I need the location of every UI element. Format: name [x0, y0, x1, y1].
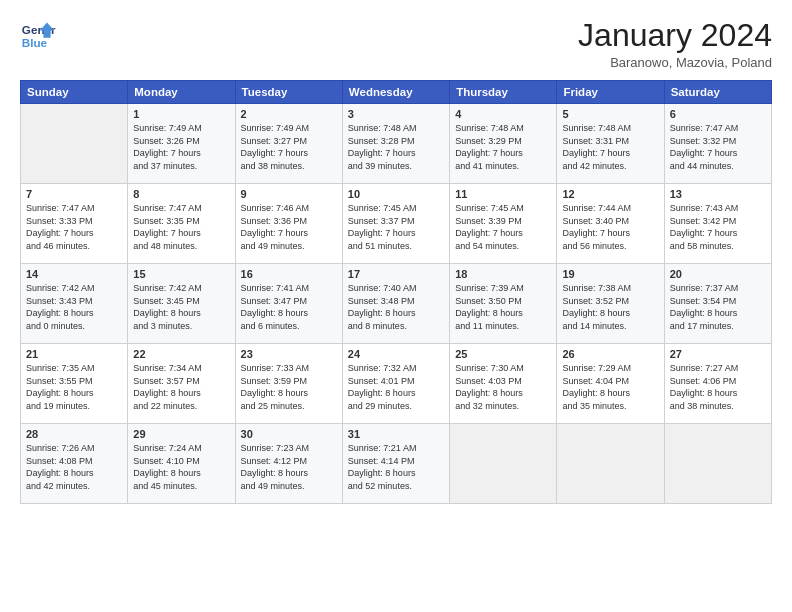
day-info: Sunrise: 7:42 AMSunset: 3:43 PMDaylight:…	[26, 282, 122, 332]
day-info: Sunrise: 7:24 AMSunset: 4:10 PMDaylight:…	[133, 442, 229, 492]
day-info: Sunrise: 7:33 AMSunset: 3:59 PMDaylight:…	[241, 362, 337, 412]
day-cell: 3Sunrise: 7:48 AMSunset: 3:28 PMDaylight…	[342, 104, 449, 184]
day-number: 23	[241, 348, 337, 360]
day-info: Sunrise: 7:42 AMSunset: 3:45 PMDaylight:…	[133, 282, 229, 332]
day-cell: 24Sunrise: 7:32 AMSunset: 4:01 PMDayligh…	[342, 344, 449, 424]
week-row-3: 14Sunrise: 7:42 AMSunset: 3:43 PMDayligh…	[21, 264, 772, 344]
logo: General Blue	[20, 18, 58, 54]
day-number: 16	[241, 268, 337, 280]
day-number: 11	[455, 188, 551, 200]
day-cell: 19Sunrise: 7:38 AMSunset: 3:52 PMDayligh…	[557, 264, 664, 344]
day-cell: 23Sunrise: 7:33 AMSunset: 3:59 PMDayligh…	[235, 344, 342, 424]
day-info: Sunrise: 7:49 AMSunset: 3:26 PMDaylight:…	[133, 122, 229, 172]
day-info: Sunrise: 7:47 AMSunset: 3:33 PMDaylight:…	[26, 202, 122, 252]
day-cell: 7Sunrise: 7:47 AMSunset: 3:33 PMDaylight…	[21, 184, 128, 264]
day-number: 26	[562, 348, 658, 360]
header-cell-tuesday: Tuesday	[235, 81, 342, 104]
day-number: 7	[26, 188, 122, 200]
day-info: Sunrise: 7:40 AMSunset: 3:48 PMDaylight:…	[348, 282, 444, 332]
day-cell: 2Sunrise: 7:49 AMSunset: 3:27 PMDaylight…	[235, 104, 342, 184]
title-block: January 2024 Baranowo, Mazovia, Poland	[578, 18, 772, 70]
header-cell-sunday: Sunday	[21, 81, 128, 104]
day-number: 19	[562, 268, 658, 280]
day-number: 21	[26, 348, 122, 360]
day-cell: 18Sunrise: 7:39 AMSunset: 3:50 PMDayligh…	[450, 264, 557, 344]
day-info: Sunrise: 7:34 AMSunset: 3:57 PMDaylight:…	[133, 362, 229, 412]
day-number: 27	[670, 348, 766, 360]
day-info: Sunrise: 7:29 AMSunset: 4:04 PMDaylight:…	[562, 362, 658, 412]
day-cell: 25Sunrise: 7:30 AMSunset: 4:03 PMDayligh…	[450, 344, 557, 424]
day-cell: 5Sunrise: 7:48 AMSunset: 3:31 PMDaylight…	[557, 104, 664, 184]
day-info: Sunrise: 7:26 AMSunset: 4:08 PMDaylight:…	[26, 442, 122, 492]
day-number: 2	[241, 108, 337, 120]
day-cell: 6Sunrise: 7:47 AMSunset: 3:32 PMDaylight…	[664, 104, 771, 184]
day-cell	[664, 424, 771, 504]
day-number: 18	[455, 268, 551, 280]
day-cell: 31Sunrise: 7:21 AMSunset: 4:14 PMDayligh…	[342, 424, 449, 504]
day-number: 5	[562, 108, 658, 120]
logo-icon: General Blue	[20, 18, 56, 54]
day-number: 4	[455, 108, 551, 120]
day-number: 13	[670, 188, 766, 200]
day-number: 9	[241, 188, 337, 200]
day-info: Sunrise: 7:38 AMSunset: 3:52 PMDaylight:…	[562, 282, 658, 332]
header-cell-wednesday: Wednesday	[342, 81, 449, 104]
calendar-title: January 2024	[578, 18, 772, 53]
day-cell: 21Sunrise: 7:35 AMSunset: 3:55 PMDayligh…	[21, 344, 128, 424]
day-info: Sunrise: 7:44 AMSunset: 3:40 PMDaylight:…	[562, 202, 658, 252]
day-number: 1	[133, 108, 229, 120]
day-info: Sunrise: 7:39 AMSunset: 3:50 PMDaylight:…	[455, 282, 551, 332]
day-cell: 26Sunrise: 7:29 AMSunset: 4:04 PMDayligh…	[557, 344, 664, 424]
day-number: 22	[133, 348, 229, 360]
day-info: Sunrise: 7:41 AMSunset: 3:47 PMDaylight:…	[241, 282, 337, 332]
day-cell: 8Sunrise: 7:47 AMSunset: 3:35 PMDaylight…	[128, 184, 235, 264]
day-info: Sunrise: 7:45 AMSunset: 3:37 PMDaylight:…	[348, 202, 444, 252]
day-info: Sunrise: 7:47 AMSunset: 3:32 PMDaylight:…	[670, 122, 766, 172]
day-info: Sunrise: 7:35 AMSunset: 3:55 PMDaylight:…	[26, 362, 122, 412]
day-number: 30	[241, 428, 337, 440]
day-cell: 14Sunrise: 7:42 AMSunset: 3:43 PMDayligh…	[21, 264, 128, 344]
day-cell: 11Sunrise: 7:45 AMSunset: 3:39 PMDayligh…	[450, 184, 557, 264]
calendar-table: SundayMondayTuesdayWednesdayThursdayFrid…	[20, 80, 772, 504]
day-cell: 30Sunrise: 7:23 AMSunset: 4:12 PMDayligh…	[235, 424, 342, 504]
day-cell: 1Sunrise: 7:49 AMSunset: 3:26 PMDaylight…	[128, 104, 235, 184]
day-cell: 29Sunrise: 7:24 AMSunset: 4:10 PMDayligh…	[128, 424, 235, 504]
day-info: Sunrise: 7:30 AMSunset: 4:03 PMDaylight:…	[455, 362, 551, 412]
day-cell: 28Sunrise: 7:26 AMSunset: 4:08 PMDayligh…	[21, 424, 128, 504]
week-row-2: 7Sunrise: 7:47 AMSunset: 3:33 PMDaylight…	[21, 184, 772, 264]
day-info: Sunrise: 7:46 AMSunset: 3:36 PMDaylight:…	[241, 202, 337, 252]
week-row-4: 21Sunrise: 7:35 AMSunset: 3:55 PMDayligh…	[21, 344, 772, 424]
day-number: 6	[670, 108, 766, 120]
day-number: 20	[670, 268, 766, 280]
day-cell: 12Sunrise: 7:44 AMSunset: 3:40 PMDayligh…	[557, 184, 664, 264]
day-number: 29	[133, 428, 229, 440]
header-cell-friday: Friday	[557, 81, 664, 104]
day-number: 28	[26, 428, 122, 440]
day-cell: 20Sunrise: 7:37 AMSunset: 3:54 PMDayligh…	[664, 264, 771, 344]
header-row: SundayMondayTuesdayWednesdayThursdayFrid…	[21, 81, 772, 104]
header: General Blue January 2024 Baranowo, Mazo…	[20, 18, 772, 70]
day-cell: 17Sunrise: 7:40 AMSunset: 3:48 PMDayligh…	[342, 264, 449, 344]
day-info: Sunrise: 7:48 AMSunset: 3:28 PMDaylight:…	[348, 122, 444, 172]
day-cell: 13Sunrise: 7:43 AMSunset: 3:42 PMDayligh…	[664, 184, 771, 264]
day-cell: 16Sunrise: 7:41 AMSunset: 3:47 PMDayligh…	[235, 264, 342, 344]
day-cell	[557, 424, 664, 504]
day-number: 24	[348, 348, 444, 360]
day-number: 3	[348, 108, 444, 120]
day-number: 25	[455, 348, 551, 360]
day-info: Sunrise: 7:48 AMSunset: 3:31 PMDaylight:…	[562, 122, 658, 172]
day-info: Sunrise: 7:27 AMSunset: 4:06 PMDaylight:…	[670, 362, 766, 412]
day-info: Sunrise: 7:37 AMSunset: 3:54 PMDaylight:…	[670, 282, 766, 332]
day-cell	[450, 424, 557, 504]
day-cell: 10Sunrise: 7:45 AMSunset: 3:37 PMDayligh…	[342, 184, 449, 264]
day-number: 12	[562, 188, 658, 200]
day-info: Sunrise: 7:47 AMSunset: 3:35 PMDaylight:…	[133, 202, 229, 252]
day-number: 10	[348, 188, 444, 200]
day-number: 15	[133, 268, 229, 280]
day-info: Sunrise: 7:45 AMSunset: 3:39 PMDaylight:…	[455, 202, 551, 252]
day-info: Sunrise: 7:49 AMSunset: 3:27 PMDaylight:…	[241, 122, 337, 172]
day-number: 31	[348, 428, 444, 440]
day-info: Sunrise: 7:32 AMSunset: 4:01 PMDaylight:…	[348, 362, 444, 412]
header-cell-thursday: Thursday	[450, 81, 557, 104]
week-row-1: 1Sunrise: 7:49 AMSunset: 3:26 PMDaylight…	[21, 104, 772, 184]
